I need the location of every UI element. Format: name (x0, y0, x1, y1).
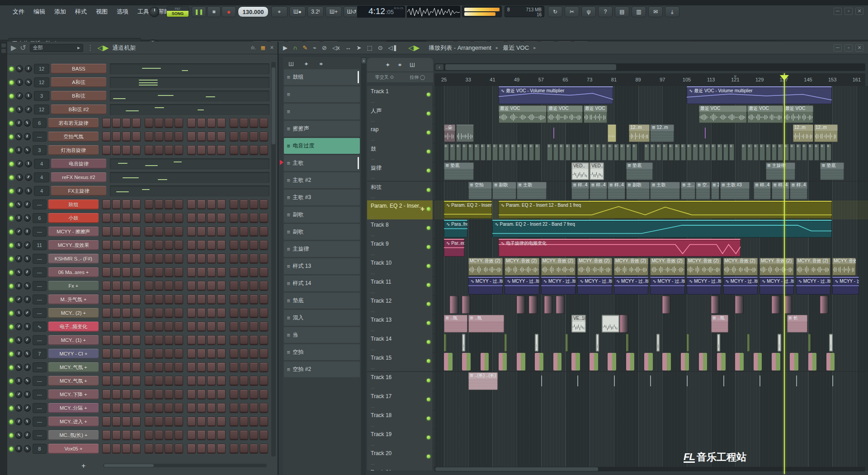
arrangement-crumb[interactable]: 最近 VOC (503, 44, 529, 52)
channel-button[interactable]: 电音旋律 (51, 159, 106, 169)
step-cell[interactable] (230, 118, 238, 128)
clip[interactable]: ≣ (608, 144, 613, 161)
stretch-label[interactable]: 拉伸 ◯ (410, 74, 425, 81)
timeline-ruler[interactable]: 2533414957657381899710511312112913714515… (434, 73, 865, 86)
stepgrid-icon[interactable]: ▦ (260, 45, 265, 51)
channel-led[interactable] (9, 94, 14, 99)
channel-led[interactable] (9, 270, 14, 275)
pattern-item[interactable]: ≣擦擦声 (284, 121, 360, 137)
step-cell[interactable] (207, 254, 216, 264)
channel-vol-knob[interactable] (25, 160, 32, 167)
step-cell[interactable] (122, 118, 131, 128)
step-cell[interactable] (175, 430, 183, 440)
step-cell[interactable] (122, 444, 131, 454)
channel-pan-knob[interactable] (15, 404, 22, 412)
track-lane[interactable] (434, 391, 868, 410)
cut-tool-icon[interactable]: ✂ (565, 6, 579, 17)
step-cell[interactable] (207, 362, 216, 372)
step-cell[interactable] (187, 444, 196, 454)
close-button[interactable]: ✕ (855, 8, 863, 15)
channel-pan-knob[interactable] (16, 174, 23, 181)
track-header[interactable]: Track 10⋯ (367, 257, 433, 276)
channel-button[interactable]: MCY..气氛 + (48, 376, 99, 386)
channel-vol-knob[interactable] (24, 377, 31, 385)
step-cell[interactable] (240, 254, 248, 264)
step-cell[interactable] (132, 281, 141, 291)
slip-icon[interactable]: ↔ (345, 44, 351, 51)
undo-icon[interactable]: ↺ (20, 43, 26, 52)
clip[interactable]: ≣ (481, 144, 486, 161)
multilink-icon[interactable]: Ш+ (326, 6, 342, 17)
clip[interactable]: ≣ 样..4 (590, 182, 607, 200)
step-cell[interactable] (207, 132, 216, 142)
step-cell[interactable] (259, 362, 268, 372)
step-cell[interactable] (175, 362, 183, 372)
channel-vol-knob[interactable] (25, 79, 32, 86)
track-lane[interactable]: MCYY..音效 (2)MCYY..音效 (2)MCYY..音效 (2)MCYY… (434, 257, 868, 276)
channel-target-box[interactable]: --- (33, 132, 47, 142)
step-cell[interactable] (132, 267, 141, 277)
step-cell[interactable] (112, 267, 121, 277)
clip[interactable] (529, 296, 538, 314)
channel-button[interactable]: MCY..进入 + (48, 417, 99, 427)
select-icon[interactable]: ⬚ (367, 44, 372, 51)
step-cell[interactable] (230, 132, 238, 142)
channel-led[interactable] (9, 216, 14, 221)
piano-tab-icon[interactable]: Ш (288, 61, 294, 67)
clip[interactable]: ≣ (681, 144, 686, 161)
channel-target-box[interactable]: 3 (34, 91, 49, 101)
clip[interactable] (553, 128, 554, 138)
step-cell[interactable] (122, 403, 131, 413)
clip[interactable]: ≣ ..(长) ..(长) (468, 372, 498, 390)
clip[interactable]: ∿ MCYY - 过..ltiplier (468, 277, 503, 294)
step-cell[interactable] (230, 362, 238, 372)
channel-pan-knob[interactable] (15, 133, 22, 140)
clip[interactable] (499, 353, 507, 370)
channel-target-box[interactable]: 12 (34, 104, 49, 114)
zero-cross-label[interactable]: 零交叉 ⊙ (375, 74, 394, 81)
typing-keyboard-piano-icon[interactable]: Ш● (289, 6, 306, 17)
step-cell[interactable] (250, 322, 258, 332)
step-cell[interactable] (165, 308, 173, 318)
clip[interactable]: ≣ (474, 144, 479, 161)
channel-target-box[interactable]: 12 (34, 77, 49, 87)
clip[interactable] (608, 353, 616, 370)
audio-tab-icon[interactable]: ✦ (304, 61, 309, 67)
channel-button[interactable]: 电子..频变化 (48, 322, 99, 332)
pattern-item[interactable]: ≣空拍 (284, 344, 360, 360)
step-cell[interactable] (187, 200, 196, 209)
clip[interactable]: ≣ (772, 144, 777, 161)
step-cell[interactable] (145, 254, 153, 264)
step-cell[interactable] (240, 145, 248, 155)
oscilloscope[interactable] (407, 6, 460, 18)
channel-target-box[interactable]: 12 (34, 64, 49, 74)
clip[interactable]: ≣ (675, 144, 679, 161)
clip[interactable] (808, 353, 817, 370)
clip[interactable]: ≣ 样..4 (772, 182, 789, 200)
step-cell[interactable] (197, 267, 206, 277)
step-cell[interactable] (187, 213, 196, 223)
step-cell[interactable] (207, 240, 216, 250)
note-blend-icon[interactable]: 3.2ᵗ (307, 6, 324, 17)
clip[interactable]: ∿ Para..freq (444, 220, 467, 238)
step-cell[interactable] (165, 376, 173, 386)
clip[interactable] (544, 296, 553, 314)
channel-led[interactable] (9, 433, 14, 438)
step-cell[interactable] (197, 118, 206, 128)
clip[interactable]: ≣ (468, 144, 473, 161)
channel-pan-knob[interactable] (15, 201, 22, 208)
maximize-button[interactable]: ▫ (844, 8, 853, 15)
channel-button[interactable]: FX主旋律 (51, 186, 106, 196)
clip[interactable] (608, 124, 616, 142)
channel-button[interactable]: MCY..分隔 + (48, 403, 99, 413)
step-cell[interactable] (132, 132, 141, 142)
step-cell[interactable] (102, 145, 111, 155)
step-cell[interactable] (240, 294, 248, 304)
track-led[interactable] (427, 455, 430, 458)
clip[interactable]: ∿ MCYY - 过..ltiplier (577, 277, 612, 294)
channel-pan-knob[interactable] (16, 92, 23, 100)
channel-pan-knob[interactable] (15, 364, 22, 371)
channel-vol-knob[interactable] (24, 296, 31, 303)
step-cell[interactable] (217, 362, 226, 372)
track-header[interactable]: Track 11⋯ (367, 276, 433, 295)
